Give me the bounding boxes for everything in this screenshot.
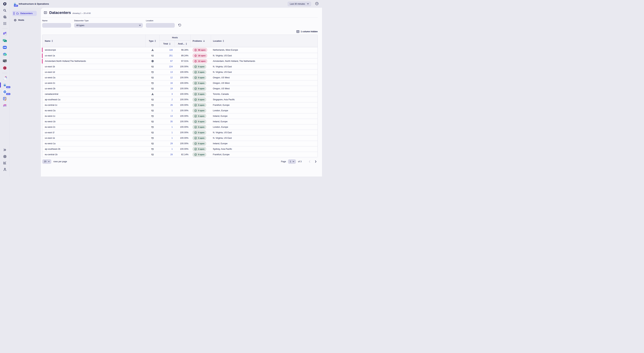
hosts-total-link[interactable]: 19 — [170, 88, 173, 90]
sidebar-item-datacenters[interactable]: Datacenters — [12, 11, 37, 16]
account-icon[interactable] — [0, 168, 10, 171]
hosts-availability-cell: 100.00% — [174, 141, 190, 146]
table-row[interactable]: us-west-2b aws 19 100.00% — [42, 86, 318, 91]
column-header-name[interactable]: Name — [42, 35, 146, 47]
hosts-availability-cell: 97.01% — [174, 58, 190, 64]
sidebar-item-hosts[interactable]: Hosts — [12, 18, 37, 23]
collapse-panel-icon[interactable] — [44, 11, 47, 14]
svg-text:aws: aws — [151, 109, 154, 111]
hosts-availability-cell: 89.24% — [174, 53, 190, 58]
problems-count-label: 0 open — [198, 154, 204, 156]
problems-count-label: 0 open — [198, 82, 204, 84]
hosts-total-link[interactable]: 3 — [172, 93, 173, 95]
kubernetes-icon[interactable]: NEW — [0, 90, 10, 94]
davis-ai-icon[interactable] — [0, 15, 10, 19]
infrastructure-monitor-icon[interactable] — [0, 59, 10, 63]
table-row[interactable]: eu-west-1c aws 13 100.00% — [42, 113, 318, 119]
help-icon[interactable]: ? — [315, 2, 319, 6]
hosts-total-link[interactable]: 67 — [170, 60, 173, 62]
hosts-total-link[interactable]: 28 — [170, 153, 173, 156]
table-row[interactable]: us-east-1b aws 224 100.00% — [42, 64, 318, 69]
expand-rail-icon[interactable] — [0, 148, 10, 152]
datacenter-type-cell: aws — [146, 119, 160, 124]
svg-text:aws: aws — [151, 131, 154, 133]
hidden-columns-button[interactable]: 1 column hidden — [296, 30, 318, 33]
hosts-total-link[interactable]: 26 — [170, 104, 173, 106]
table-row[interactable]: eu-central-1b aws 28 82.14% — [42, 152, 318, 157]
hosts-total-link[interactable]: 13 — [170, 71, 173, 73]
hosts-total-link[interactable]: 12 — [170, 76, 173, 79]
timeframe-label: Last 30 minutes — [290, 3, 305, 5]
hosts-total-link[interactable]: 251 — [169, 54, 173, 57]
clouds-icon[interactable] — [0, 76, 10, 80]
app-rail: NEW NEW — [0, 0, 10, 176]
dynatrace-logo-icon[interactable] — [0, 2, 10, 6]
table-row[interactable]: us-west-2a aws 12 100.00% — [42, 75, 318, 80]
problems-cell: 98 open — [190, 47, 211, 53]
problems-badge: 98 open — [192, 48, 207, 52]
timeframe-picker[interactable]: Last 30 minutes — [288, 2, 311, 6]
hosts-total-link[interactable]: 224 — [169, 66, 173, 68]
workflows-icon[interactable] — [0, 45, 10, 50]
table-row[interactable]: canadacentral aws 3 100.00% — [42, 91, 318, 97]
problems-cell: 0 open — [190, 102, 211, 108]
column-header-type[interactable]: Type — [146, 35, 160, 47]
usage-analytics-icon[interactable] — [0, 161, 10, 165]
table-row[interactable]: Amsterdam;North Holland;The Netherlands … — [42, 58, 318, 64]
logs-icon[interactable] — [0, 96, 10, 101]
column-header-problems[interactable]: Problems — [190, 35, 211, 47]
hosts-total-link[interactable]: 116 — [169, 49, 173, 51]
hosts-total-link[interactable]: 1 — [172, 148, 173, 150]
reset-filters-icon[interactable] — [178, 23, 181, 27]
table-row[interactable]: eu-central-1c aws 26 100.00% — [42, 102, 318, 108]
topbar: NEW Infrastructure & Operations Last 30 … — [10, 0, 322, 8]
datacenter-name-cell: us-west-2b — [42, 86, 146, 91]
hosts-total-link[interactable]: 16 — [170, 82, 173, 84]
problems-count-label: 0 open — [198, 76, 204, 79]
type-filter-select[interactable]: All types — [74, 23, 143, 28]
infrastructure-operations-icon[interactable]: NEW — [0, 83, 10, 87]
hosts-total-link[interactable]: 13 — [170, 115, 173, 117]
table-row[interactable]: us-east-1a aws 251 89.24% — [42, 53, 318, 58]
column-header-availability[interactable]: Avail... — [174, 40, 190, 47]
search-icon[interactable] — [0, 8, 10, 12]
table-row[interactable]: us-east-1f aws 1 100.00% — [42, 130, 318, 135]
name-filter-input[interactable] — [42, 23, 71, 28]
next-page-button[interactable] — [314, 160, 318, 164]
hosts-total-link[interactable]: 1 — [172, 131, 173, 134]
table-row[interactable]: us-east-1d aws 13 100.00% — [42, 69, 318, 75]
previous-page-button[interactable] — [308, 160, 312, 164]
table-row[interactable]: us-west-2c aws 16 100.00% — [42, 80, 318, 86]
location-cell: Ireland, Europe — [211, 114, 318, 119]
apps-icon[interactable] — [0, 32, 10, 36]
column-header-total[interactable]: Total — [160, 40, 174, 47]
table-row[interactable]: eu-west-2a aws 1 100.00% — [42, 108, 318, 113]
hosts-total-link[interactable]: 35 — [170, 120, 173, 123]
hosts-total-link[interactable]: 2 — [172, 98, 173, 101]
datacenter-type-cell: aws — [146, 75, 160, 80]
table-row[interactable]: eu-west-2c aws 1 100.00% — [42, 124, 318, 130]
table-row[interactable]: ap-southeast-1a aws 2 100.00% — [42, 97, 318, 102]
location-filter-field: Location — [146, 20, 175, 28]
hosts-total-link[interactable]: 1 — [172, 109, 173, 112]
services-icon[interactable] — [0, 52, 10, 56]
hosts-total-link[interactable]: 1 — [172, 126, 173, 128]
column-header-location[interactable]: Location — [211, 35, 318, 47]
rows-per-page-select[interactable]: 20 — [42, 159, 51, 164]
hosts-total-link[interactable]: 1 — [172, 137, 173, 139]
table-row[interactable]: westeurope aws 116 98.28% — [42, 47, 318, 53]
problems-cell: 0 open — [190, 75, 211, 80]
dashboards-icon[interactable] — [0, 38, 10, 43]
table-row[interactable]: us-east-1e aws 1 100.00% — [42, 135, 318, 140]
notebooks-icon[interactable] — [0, 103, 10, 108]
table-row[interactable]: ap-southeast-2b aws 1 100.00% — [42, 146, 318, 152]
location-filter-input[interactable] — [146, 23, 175, 28]
app-grid-icon[interactable] — [0, 22, 10, 26]
table-row[interactable]: eu-west-1b aws 35 100.00% — [42, 119, 318, 124]
hosts-total-link[interactable]: 29 — [170, 142, 173, 145]
page-select[interactable]: 1 — [288, 159, 296, 164]
table-row[interactable]: eu-west-1a aws 29 100.00% — [42, 140, 318, 146]
problems-icon[interactable] — [0, 66, 10, 70]
check-circle-icon — [194, 137, 197, 140]
help-support-icon[interactable] — [0, 154, 10, 158]
